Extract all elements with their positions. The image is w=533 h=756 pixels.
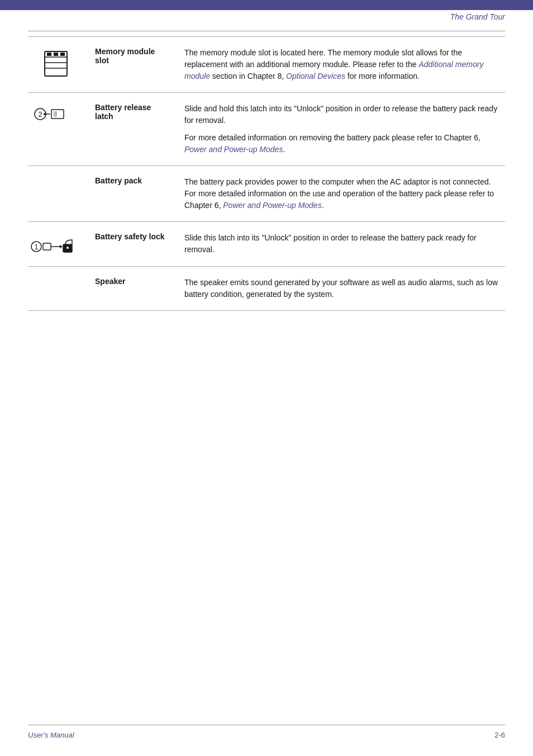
battery-safety-lock-desc: Slide this latch into its "Unlock" posit…	[179, 222, 505, 267]
table-row: Battery pack The battery pack provides p…	[28, 166, 505, 222]
svg-marker-17	[60, 245, 63, 248]
memory-module-icon	[39, 47, 73, 81]
footer-right: 2-6	[494, 731, 505, 739]
svg-rect-4	[47, 53, 51, 56]
table-row: 2 Battery release latch Slide and hold t…	[28, 93, 505, 166]
content-table: Memory module slot The memory module slo…	[28, 36, 505, 711]
speaker-label: Speaker	[89, 267, 179, 311]
svg-text:2: 2	[38, 110, 42, 119]
speaker-icon-cell	[28, 267, 89, 311]
memory-module-icon-cell	[28, 37, 89, 93]
memory-module-slot-desc: The memory module slot is located here. …	[179, 37, 505, 93]
battery-pack-desc: The battery pack provides power to the c…	[179, 166, 505, 222]
svg-rect-12	[54, 111, 57, 117]
svg-point-19	[66, 247, 69, 249]
svg-text:1: 1	[35, 243, 39, 251]
svg-marker-10	[43, 112, 46, 116]
battery-safety-lock-label: Battery safety lock	[89, 222, 179, 267]
svg-rect-11	[51, 110, 64, 119]
power-modes-link-1[interactable]: Power and Power-up Modes	[184, 145, 283, 154]
battery-safety-lock-icon: 1	[31, 232, 81, 254]
footer-left: User's Manual	[28, 731, 74, 739]
battery-safety-lock-icon-cell: 1	[28, 222, 89, 267]
battery-pack-label: Battery pack	[89, 166, 179, 222]
table-row: Speaker The speaker emits sound generate…	[28, 267, 505, 311]
battery-release-latch-desc: Slide and hold this latch into its "Unlo…	[179, 93, 505, 166]
battery-release-latch-icon: 2	[34, 103, 78, 125]
header-bar	[0, 0, 533, 10]
header-title: The Grand Tour	[450, 12, 505, 21]
battery-release-latch-label: Battery release latch	[89, 93, 179, 166]
bottom-divider	[28, 725, 505, 725]
speaker-desc: The speaker emits sound generated by you…	[179, 267, 505, 311]
table-row: 1 Battery safety	[28, 222, 505, 267]
page-container: The Grand Tour	[0, 0, 533, 756]
svg-rect-5	[54, 53, 58, 56]
svg-rect-15	[43, 243, 51, 250]
optional-devices-link[interactable]: Optional Devices	[286, 72, 345, 81]
svg-rect-6	[60, 53, 65, 56]
battery-release-icon-cell: 2	[28, 93, 89, 166]
table-row: Memory module slot The memory module slo…	[28, 37, 505, 93]
power-modes-link-2[interactable]: Power and Power-up Modes	[223, 201, 321, 210]
top-divider	[28, 31, 505, 31]
memory-module-slot-label: Memory module slot	[89, 37, 179, 93]
battery-pack-icon-cell	[28, 166, 89, 222]
